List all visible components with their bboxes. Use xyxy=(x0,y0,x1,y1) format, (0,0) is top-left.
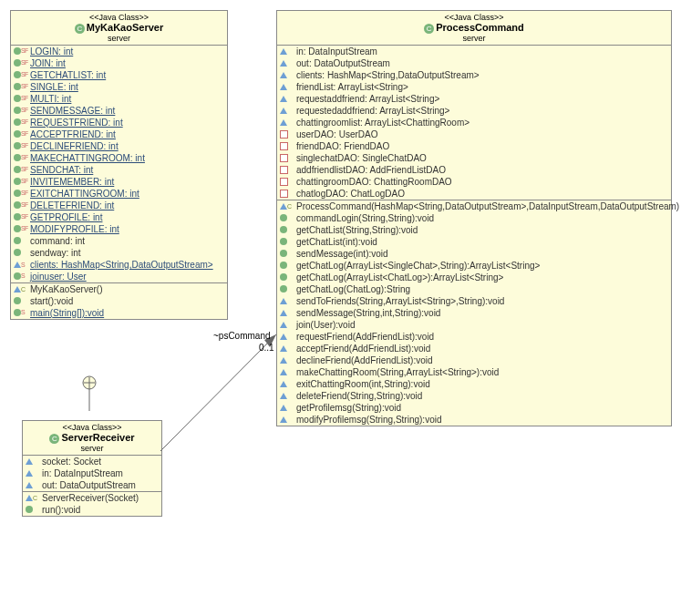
operation-text: MyKaKaoServer() xyxy=(30,283,102,295)
operation-text: getChatLog(ArrayList<ChatLog>):ArrayList… xyxy=(296,272,503,283)
operation-row: Smain(String[]):void xyxy=(11,307,227,319)
operation-row: join(User):void xyxy=(277,319,671,331)
attribute-text: friendDAO: FriendDAO xyxy=(296,140,389,152)
attribute-row: requestaddfriend: ArrayList<String> xyxy=(277,93,671,105)
attribute-text: SENDMESSAGE: int xyxy=(30,105,115,117)
package-label: server xyxy=(281,34,667,43)
attribute-row: SFGETPROFILE: int xyxy=(11,211,227,223)
operation-row: declineFriend(AddFriendList):void xyxy=(277,354,671,366)
operation-row: CProcessCommand(HashMap<String,DataOutpu… xyxy=(277,200,671,212)
class-header: <<Java Class>> CProcessCommand server xyxy=(277,11,671,46)
attributes-section: in: DataInputStreamout: DataOutputStream… xyxy=(277,46,671,200)
class-name: ServerReceiver xyxy=(61,432,134,443)
operations-section: CMyKaKaoServer()start():voidSmain(String… xyxy=(11,283,227,319)
class-name: ProcessCommand xyxy=(436,22,524,33)
attribute-row: SFSENDCHAT: int xyxy=(11,164,227,176)
operation-text: join(User):void xyxy=(296,319,355,331)
operation-text: sendMessage(String,int,String):void xyxy=(296,307,440,319)
attribute-row: SFMAKECHATTINGROOM: int xyxy=(11,152,227,164)
class-ProcessCommand: <<Java Class>> CProcessCommand server in… xyxy=(276,10,672,426)
class-icon: C xyxy=(75,24,85,34)
attribute-row: singlechatDAO: SingleChatDAO xyxy=(277,152,671,164)
attribute-row: SFSENDMESSAGE: int xyxy=(11,105,227,117)
attribute-text: chatlogDAO: ChatLogDAO xyxy=(296,188,405,200)
attribute-row: SFMODIFYPROFILE: int xyxy=(11,223,227,235)
operation-row: getChatLog(ArrayList<SingleChat>,String)… xyxy=(277,260,671,272)
relation-label: ~psCommand xyxy=(213,331,271,341)
operation-text: getProfilemsg(String):void xyxy=(296,402,401,414)
attribute-row: userDAO: UserDAO xyxy=(277,128,671,140)
operation-text: acceptFriend(AddFriendList):void xyxy=(296,343,430,354)
attribute-row: Sjoinuser: User xyxy=(11,271,227,282)
attribute-row: chattingroomlist: ArrayList<ChattingRoom… xyxy=(277,117,671,128)
operation-row: getChatLog(ChatLog):String xyxy=(277,283,671,295)
attribute-text: SENDCHAT: int xyxy=(30,164,93,176)
attribute-row: SFACCEPTFRIEND: int xyxy=(11,128,227,140)
attribute-text: GETCHATLIST: int xyxy=(30,69,106,81)
attribute-row: SFLOGIN: int xyxy=(11,46,227,57)
package-label: server xyxy=(15,34,223,43)
operation-row: exitChattingRoom(int,String):void xyxy=(277,378,671,390)
class-icon: C xyxy=(49,434,59,444)
attribute-text: SINGLE: int xyxy=(30,81,78,93)
operation-text: getChatList(int):void xyxy=(296,236,377,248)
operation-row: getChatLog(ArrayList<ChatLog>):ArrayList… xyxy=(277,272,671,283)
operation-text: run():void xyxy=(42,504,80,516)
operation-text: declineFriend(AddFriendList):void xyxy=(296,354,433,366)
attribute-row: requestedaddfriend: ArrayList<String> xyxy=(277,105,671,117)
attribute-text: addfriendlistDAO: AddFriendListDAO xyxy=(296,164,446,176)
attribute-row: SFREQUESTFRIEND: int xyxy=(11,117,227,128)
operation-text: ServerReceiver(Socket) xyxy=(42,492,139,504)
operation-text: getChatLog(ChatLog):String xyxy=(296,283,410,295)
attribute-text: ACCEPTFRIEND: int xyxy=(30,128,116,140)
operation-text: start():void xyxy=(30,295,73,307)
attribute-text: JOIN: int xyxy=(30,57,66,69)
attributes-section: SFLOGIN: intSFJOIN: intSFGETCHATLIST: in… xyxy=(11,46,227,283)
operation-row: deleteFriend(String,String):void xyxy=(277,390,671,402)
class-MyKaKaoServer: <<Java Class>> CMyKaKaoServer server SFL… xyxy=(10,10,228,320)
attribute-text: friendList: ArrayList<String> xyxy=(296,81,408,93)
operation-row: sendMessage(int):void xyxy=(277,248,671,260)
attribute-text: INVITEMEMBER: int xyxy=(30,176,114,188)
attribute-row: Sclients: HashMap<String,DataOutputStrea… xyxy=(11,259,227,271)
attribute-row: clients: HashMap<String,DataOutputStream… xyxy=(277,69,671,81)
attribute-text: in: DataInputStream xyxy=(42,467,123,479)
operation-text: main(String[]):void xyxy=(30,307,104,319)
attribute-text: userDAO: UserDAO xyxy=(296,128,377,140)
operation-text: getChatLog(ArrayList<SingleChat>,String)… xyxy=(296,260,540,272)
attribute-text: requestaddfriend: ArrayList<String> xyxy=(296,93,439,105)
operation-row: sendToFriends(String,ArrayList<String>,S… xyxy=(277,295,671,307)
class-header: <<Java Class>> CMyKaKaoServer server xyxy=(11,11,227,46)
operation-row: CServerReceiver(Socket) xyxy=(23,492,161,504)
attribute-text: out: DataOutputStream xyxy=(42,479,136,491)
attribute-row: SFEXITCHATTINGROOM: int xyxy=(11,188,227,200)
operation-text: requestFriend(AddFriendList):void xyxy=(296,331,434,343)
attribute-row: SFDELETEFRIEND: int xyxy=(11,200,227,211)
attribute-row: SFGETCHATLIST: int xyxy=(11,69,227,81)
attribute-row: sendway: int xyxy=(11,247,227,259)
operation-text: modifyProfilemsg(String,String):void xyxy=(296,414,442,426)
attribute-row: SFMULTI: int xyxy=(11,93,227,105)
attribute-row: addfriendlistDAO: AddFriendListDAO xyxy=(277,164,671,176)
operations-section: CProcessCommand(HashMap<String,DataOutpu… xyxy=(277,200,671,426)
attribute-text: joinuser: User xyxy=(30,271,87,282)
attribute-row: in: DataInputStream xyxy=(23,467,161,479)
relation-multiplicity: 0..1 xyxy=(259,343,274,353)
class-header: <<Java Class>> CServerReceiver server xyxy=(23,421,161,456)
operation-row: getChatList(int):void xyxy=(277,236,671,248)
package-label: server xyxy=(26,444,158,453)
operation-row: requestFriend(AddFriendList):void xyxy=(277,331,671,343)
operation-row: start():void xyxy=(11,295,227,307)
attribute-text: out: DataOutputStream xyxy=(296,57,390,69)
attribute-text: chattingroomDAO: ChattingRoomDAO xyxy=(296,176,452,188)
attribute-row: SFDECLINEFRIEND: int xyxy=(11,140,227,152)
operation-row: acceptFriend(AddFriendList):void xyxy=(277,343,671,354)
attribute-row: friendDAO: FriendDAO xyxy=(277,140,671,152)
attribute-row: out: DataOutputStream xyxy=(277,57,671,69)
attribute-text: GETPROFILE: int xyxy=(30,211,102,223)
attribute-row: chattingroomDAO: ChattingRoomDAO xyxy=(277,176,671,188)
operation-text: makeChattingRoom(String,ArrayList<String… xyxy=(296,366,499,378)
stereotype: <<Java Class>> xyxy=(281,13,667,22)
stereotype: <<Java Class>> xyxy=(15,13,223,22)
attribute-row: SFJOIN: int xyxy=(11,57,227,69)
